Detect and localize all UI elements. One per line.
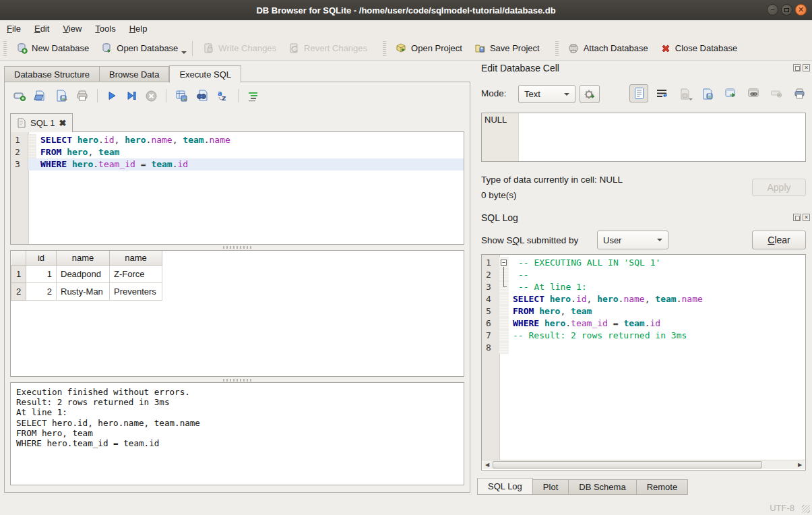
clear-log-button[interactable]: Clear — [752, 231, 806, 249]
auto-switch-mode-button[interactable] — [580, 85, 600, 103]
word-wrap-icon — [656, 88, 668, 99]
minimize-button[interactable]: − — [767, 4, 778, 16]
menu-view[interactable]: View — [56, 22, 88, 35]
format-sql-button[interactable] — [247, 90, 259, 102]
toolbar-drag-handle[interactable] — [555, 41, 559, 56]
export-to-file-button[interactable] — [698, 84, 717, 102]
save-sql-file-button[interactable] — [55, 89, 68, 102]
float-panel-icon[interactable] — [793, 64, 801, 71]
cell-hero-name[interactable]: Deadpond — [57, 265, 110, 282]
chevron-down-icon — [564, 93, 569, 96]
main-tab-bar: Database Structure Browse Data Execute S… — [4, 65, 241, 82]
sql-editor-tab[interactable]: SQL 1 ✖ — [10, 113, 73, 132]
close-sql-tab-icon[interactable]: ✖ — [59, 118, 66, 128]
tab-db-schema[interactable]: DB Schema — [569, 479, 636, 495]
title-bar[interactable]: DB Browser for SQLite - /home/user/code/… — [0, 0, 812, 20]
open-database-icon — [101, 42, 113, 54]
tab-execute-sql[interactable]: Execute SQL — [169, 65, 241, 83]
open-project-button[interactable]: Open Project — [389, 39, 468, 58]
results-grid[interactable]: id name name 1 1 Deadpond Z-Force 2 2 Ru… — [10, 250, 464, 377]
close-button[interactable]: ✕ — [795, 4, 807, 16]
tab-remote[interactable]: Remote — [637, 479, 689, 495]
tab-database-structure[interactable]: Database Structure — [4, 66, 100, 82]
corner-header[interactable] — [11, 251, 26, 265]
mode-value: Text — [524, 89, 540, 99]
encoding-indicator[interactable]: UTF-8 — [770, 503, 794, 513]
print-cell-button[interactable] — [790, 84, 809, 102]
tab-sql-log[interactable]: SQL Log — [477, 478, 533, 495]
cell-id[interactable]: 1 — [26, 265, 57, 282]
resize-grip[interactable] — [802, 505, 810, 513]
column-header-name1[interactable]: name — [57, 251, 110, 265]
execute-line-button[interactable] — [125, 90, 137, 102]
open-sql-tab-button[interactable] — [13, 89, 26, 102]
open-database-button[interactable]: Open Database — [95, 39, 184, 58]
save-sql-dropdown-caret[interactable] — [63, 99, 67, 101]
column-header-name2[interactable]: name — [110, 251, 162, 265]
sql-log-view[interactable]: ◀ ▶ 1−-- EXECUTING ALL IN 'SQL 1'2--3-- … — [481, 254, 806, 471]
apply-button[interactable]: Apply — [752, 179, 806, 196]
revert-changes-button[interactable]: Revert Changes — [282, 39, 373, 58]
float-panel-icon[interactable] — [793, 214, 801, 221]
text-document-button[interactable] — [629, 84, 648, 102]
menu-help[interactable]: Help — [123, 22, 154, 35]
scrollbar-thumb[interactable] — [493, 461, 762, 468]
menu-file[interactable]: File — [0, 22, 28, 35]
cell-team-name[interactable]: Preventers — [110, 282, 162, 300]
open-sql-file-button[interactable] — [34, 89, 47, 102]
execution-message-panel[interactable]: Execution finished without errors. Resul… — [10, 382, 464, 485]
set-null-button[interactable] — [767, 84, 786, 102]
log-filter-select[interactable]: User — [597, 231, 668, 249]
maximize-button[interactable] — [781, 4, 792, 16]
word-wrap-button[interactable] — [652, 84, 671, 102]
cell-editor[interactable]: NULL — [481, 113, 806, 162]
editor-toolbar-separator — [166, 89, 166, 102]
scroll-left-arrow[interactable]: ◀ — [482, 460, 492, 469]
cell-hero-name[interactable]: Rusty-Man — [57, 282, 110, 300]
tab-browse-data[interactable]: Browse Data — [100, 66, 169, 82]
import-dropdown-caret[interactable] — [689, 98, 693, 100]
new-database-button[interactable]: New Database — [10, 39, 95, 58]
close-panel-icon[interactable]: ✕ — [803, 64, 810, 71]
tab-plot[interactable]: Plot — [533, 479, 569, 495]
open-external-button[interactable] — [721, 84, 740, 102]
toolbar-drag-handle[interactable] — [383, 41, 386, 56]
copy-link-button[interactable] — [744, 84, 763, 102]
import-from-file-button[interactable] — [675, 84, 694, 102]
cell-id[interactable]: 2 — [26, 282, 57, 300]
scroll-right-arrow[interactable]: ▶ — [795, 460, 805, 469]
attach-database-icon — [568, 42, 580, 54]
splitter-handle[interactable] — [223, 246, 251, 249]
sql-editor[interactable]: 1SELECT hero.id, hero.name, team.name2FR… — [10, 131, 464, 245]
table-row: 2 2 Rusty-Man Preventers — [11, 282, 162, 300]
execute-all-button[interactable] — [106, 90, 118, 102]
column-header-id[interactable]: id — [26, 251, 57, 265]
write-changes-button[interactable]: Write Changes — [197, 39, 282, 58]
export-results-button[interactable] — [175, 89, 188, 102]
print-button[interactable] — [75, 89, 89, 102]
editor-toolbar-separator — [238, 89, 239, 102]
save-project-button[interactable]: Save Project — [468, 39, 546, 58]
attach-database-button[interactable]: Attach Database — [562, 39, 654, 58]
row-header[interactable]: 1 — [11, 265, 26, 282]
find-button[interactable] — [195, 89, 209, 102]
execution-message-text: Execution finished without errors. Resul… — [11, 383, 464, 452]
open-database-dropdown-caret[interactable] — [181, 51, 187, 54]
stop-button[interactable] — [145, 90, 158, 102]
export-dropdown-caret[interactable] — [183, 99, 187, 101]
results-table: id name name 1 1 Deadpond Z-Force 2 2 Ru… — [11, 251, 162, 301]
menu-tools[interactable]: Tools — [88, 22, 122, 35]
window-title: DB Browser for SQLite - /home/user/code/… — [256, 5, 555, 16]
splitter-handle[interactable] — [223, 379, 251, 382]
autocomplete-button[interactable]: az — [216, 89, 230, 102]
log-horizontal-scrollbar[interactable]: ◀ ▶ — [482, 460, 805, 469]
menu-edit[interactable]: Edit — [28, 22, 56, 35]
main-toolbar: New Database Open Database Write Changes… — [0, 36, 812, 61]
close-database-button[interactable]: Close Database — [654, 39, 744, 58]
mode-select[interactable]: Text — [518, 85, 575, 103]
close-panel-icon[interactable]: ✕ — [803, 214, 810, 221]
status-bar: UTF-8 — [0, 495, 812, 515]
toolbar-drag-handle[interactable] — [3, 41, 7, 56]
row-header[interactable]: 2 — [11, 282, 26, 300]
cell-team-name[interactable]: Z-Force — [110, 265, 162, 282]
